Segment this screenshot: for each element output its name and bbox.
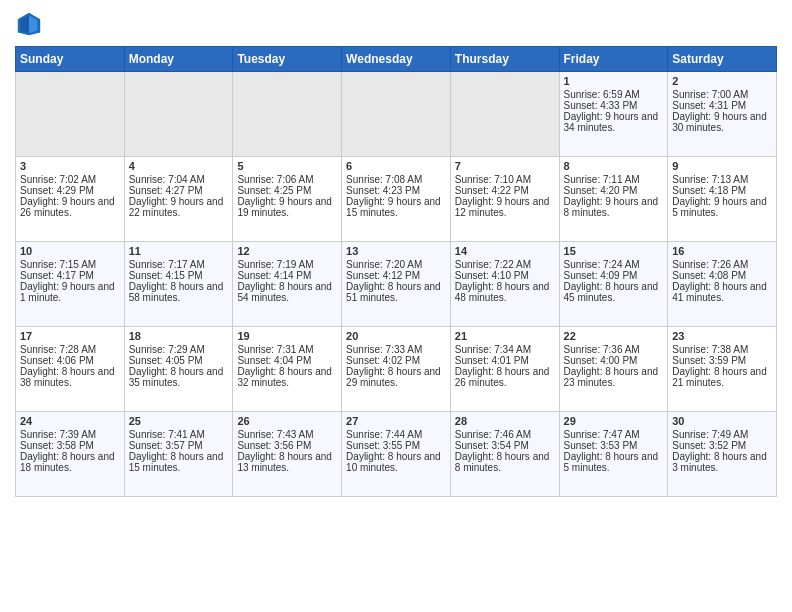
- calendar-cell: 16Sunrise: 7:26 AMSunset: 4:08 PMDayligh…: [668, 242, 777, 327]
- sunrise-text: Sunrise: 7:47 AM: [564, 429, 640, 440]
- calendar-cell: 21Sunrise: 7:34 AMSunset: 4:01 PMDayligh…: [450, 327, 559, 412]
- day-number: 14: [455, 245, 555, 257]
- daylight-text: Daylight: 8 hours and 35 minutes.: [129, 366, 224, 388]
- daylight-text: Daylight: 8 hours and 18 minutes.: [20, 451, 115, 473]
- calendar-cell: 28Sunrise: 7:46 AMSunset: 3:54 PMDayligh…: [450, 412, 559, 497]
- sunset-text: Sunset: 4:29 PM: [20, 185, 94, 196]
- sunset-text: Sunset: 4:01 PM: [455, 355, 529, 366]
- week-row-1: 3Sunrise: 7:02 AMSunset: 4:29 PMDaylight…: [16, 157, 777, 242]
- day-number: 1: [564, 75, 664, 87]
- sunrise-text: Sunrise: 7:46 AM: [455, 429, 531, 440]
- day-number: 18: [129, 330, 229, 342]
- sunset-text: Sunset: 4:18 PM: [672, 185, 746, 196]
- sunset-text: Sunset: 4:33 PM: [564, 100, 638, 111]
- sunrise-text: Sunrise: 7:33 AM: [346, 344, 422, 355]
- calendar-cell: 25Sunrise: 7:41 AMSunset: 3:57 PMDayligh…: [124, 412, 233, 497]
- weekday-header-monday: Monday: [124, 47, 233, 72]
- sunset-text: Sunset: 4:23 PM: [346, 185, 420, 196]
- day-number: 2: [672, 75, 772, 87]
- day-number: 9: [672, 160, 772, 172]
- calendar-cell: 22Sunrise: 7:36 AMSunset: 4:00 PMDayligh…: [559, 327, 668, 412]
- sunset-text: Sunset: 3:55 PM: [346, 440, 420, 451]
- day-number: 22: [564, 330, 664, 342]
- weekday-header-wednesday: Wednesday: [342, 47, 451, 72]
- weekday-header-friday: Friday: [559, 47, 668, 72]
- sunset-text: Sunset: 3:54 PM: [455, 440, 529, 451]
- day-number: 23: [672, 330, 772, 342]
- sunset-text: Sunset: 3:57 PM: [129, 440, 203, 451]
- sunrise-text: Sunrise: 7:31 AM: [237, 344, 313, 355]
- sunrise-text: Sunrise: 7:04 AM: [129, 174, 205, 185]
- daylight-text: Daylight: 9 hours and 15 minutes.: [346, 196, 441, 218]
- sunset-text: Sunset: 4:05 PM: [129, 355, 203, 366]
- sunrise-text: Sunrise: 7:10 AM: [455, 174, 531, 185]
- daylight-text: Daylight: 9 hours and 12 minutes.: [455, 196, 550, 218]
- sunrise-text: Sunrise: 7:44 AM: [346, 429, 422, 440]
- daylight-text: Daylight: 9 hours and 5 minutes.: [672, 196, 767, 218]
- sunrise-text: Sunrise: 7:20 AM: [346, 259, 422, 270]
- daylight-text: Daylight: 8 hours and 8 minutes.: [455, 451, 550, 473]
- daylight-text: Daylight: 9 hours and 26 minutes.: [20, 196, 115, 218]
- daylight-text: Daylight: 8 hours and 45 minutes.: [564, 281, 659, 303]
- calendar-cell: 30Sunrise: 7:49 AMSunset: 3:52 PMDayligh…: [668, 412, 777, 497]
- calendar-cell: [450, 72, 559, 157]
- day-number: 10: [20, 245, 120, 257]
- day-number: 13: [346, 245, 446, 257]
- sunset-text: Sunset: 3:56 PM: [237, 440, 311, 451]
- calendar-table: SundayMondayTuesdayWednesdayThursdayFrid…: [15, 46, 777, 497]
- calendar-cell: 15Sunrise: 7:24 AMSunset: 4:09 PMDayligh…: [559, 242, 668, 327]
- calendar-cell: 4Sunrise: 7:04 AMSunset: 4:27 PMDaylight…: [124, 157, 233, 242]
- calendar-cell: 26Sunrise: 7:43 AMSunset: 3:56 PMDayligh…: [233, 412, 342, 497]
- sunset-text: Sunset: 4:02 PM: [346, 355, 420, 366]
- sunset-text: Sunset: 4:25 PM: [237, 185, 311, 196]
- sunrise-text: Sunrise: 7:29 AM: [129, 344, 205, 355]
- week-row-3: 17Sunrise: 7:28 AMSunset: 4:06 PMDayligh…: [16, 327, 777, 412]
- header: [15, 10, 777, 38]
- sunset-text: Sunset: 4:22 PM: [455, 185, 529, 196]
- sunrise-text: Sunrise: 7:17 AM: [129, 259, 205, 270]
- day-number: 25: [129, 415, 229, 427]
- daylight-text: Daylight: 9 hours and 1 minute.: [20, 281, 115, 303]
- calendar-cell: [233, 72, 342, 157]
- day-number: 7: [455, 160, 555, 172]
- week-row-0: 1Sunrise: 6:59 AMSunset: 4:33 PMDaylight…: [16, 72, 777, 157]
- weekday-header-tuesday: Tuesday: [233, 47, 342, 72]
- day-number: 26: [237, 415, 337, 427]
- sunrise-text: Sunrise: 6:59 AM: [564, 89, 640, 100]
- sunset-text: Sunset: 4:09 PM: [564, 270, 638, 281]
- daylight-text: Daylight: 8 hours and 13 minutes.: [237, 451, 332, 473]
- day-number: 8: [564, 160, 664, 172]
- sunrise-text: Sunrise: 7:24 AM: [564, 259, 640, 270]
- weekday-header-thursday: Thursday: [450, 47, 559, 72]
- day-number: 28: [455, 415, 555, 427]
- daylight-text: Daylight: 8 hours and 38 minutes.: [20, 366, 115, 388]
- day-number: 5: [237, 160, 337, 172]
- daylight-text: Daylight: 8 hours and 32 minutes.: [237, 366, 332, 388]
- calendar-cell: 8Sunrise: 7:11 AMSunset: 4:20 PMDaylight…: [559, 157, 668, 242]
- day-number: 24: [20, 415, 120, 427]
- logo-icon: [15, 10, 43, 38]
- sunrise-text: Sunrise: 7:36 AM: [564, 344, 640, 355]
- daylight-text: Daylight: 8 hours and 51 minutes.: [346, 281, 441, 303]
- calendar-cell: 7Sunrise: 7:10 AMSunset: 4:22 PMDaylight…: [450, 157, 559, 242]
- daylight-text: Daylight: 9 hours and 34 minutes.: [564, 111, 659, 133]
- sunset-text: Sunset: 4:06 PM: [20, 355, 94, 366]
- day-number: 3: [20, 160, 120, 172]
- sunrise-text: Sunrise: 7:02 AM: [20, 174, 96, 185]
- calendar-cell: 23Sunrise: 7:38 AMSunset: 3:59 PMDayligh…: [668, 327, 777, 412]
- day-number: 4: [129, 160, 229, 172]
- sunset-text: Sunset: 4:20 PM: [564, 185, 638, 196]
- sunset-text: Sunset: 4:12 PM: [346, 270, 420, 281]
- sunset-text: Sunset: 4:15 PM: [129, 270, 203, 281]
- sunrise-text: Sunrise: 7:38 AM: [672, 344, 748, 355]
- day-number: 15: [564, 245, 664, 257]
- sunrise-text: Sunrise: 7:34 AM: [455, 344, 531, 355]
- daylight-text: Daylight: 8 hours and 15 minutes.: [129, 451, 224, 473]
- calendar-cell: 20Sunrise: 7:33 AMSunset: 4:02 PMDayligh…: [342, 327, 451, 412]
- calendar-cell: 5Sunrise: 7:06 AMSunset: 4:25 PMDaylight…: [233, 157, 342, 242]
- calendar-cell: 29Sunrise: 7:47 AMSunset: 3:53 PMDayligh…: [559, 412, 668, 497]
- sunset-text: Sunset: 3:59 PM: [672, 355, 746, 366]
- sunrise-text: Sunrise: 7:39 AM: [20, 429, 96, 440]
- daylight-text: Daylight: 8 hours and 26 minutes.: [455, 366, 550, 388]
- calendar-cell: 2Sunrise: 7:00 AMSunset: 4:31 PMDaylight…: [668, 72, 777, 157]
